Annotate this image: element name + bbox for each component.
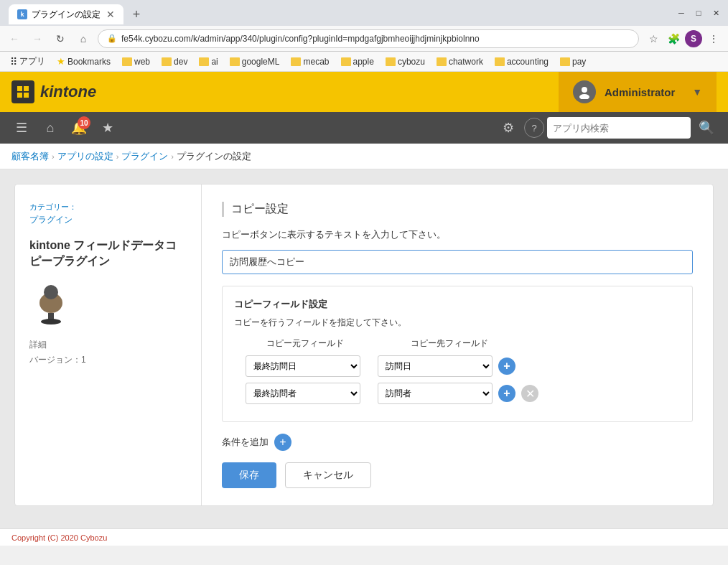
breadcrumb-item-1[interactable]: 顧客名簿 <box>11 150 49 163</box>
copy-field-desc: コピーを行うフィールドを指定して下さい。 <box>234 317 681 329</box>
plugin-settings: コピー設定 コピーボタンに表示するテキストを入力して下さい。 コピーフィールド設… <box>202 185 713 505</box>
address-input[interactable]: 🔒 fe54k.cybozu.com/k/admin/app/340/plugi… <box>98 29 639 48</box>
minimize-button[interactable]: ─ <box>675 6 688 19</box>
remove-row-2-button[interactable]: ✕ <box>521 385 538 402</box>
app-search-box[interactable] <box>547 117 691 139</box>
tab-title: プラグインの設定 <box>32 9 101 21</box>
back-button[interactable]: ← <box>6 30 23 47</box>
svg-point-4 <box>582 87 587 93</box>
source-field-select-2[interactable]: 最終訪問者 <box>246 383 360 404</box>
address-bar: ← → ↻ ⌂ 🔒 fe54k.cybozu.com/k/admin/app/3… <box>0 26 728 52</box>
breadcrumb-sep-3: › <box>171 152 174 161</box>
svg-point-9 <box>41 319 61 324</box>
apps-button[interactable]: ⠿ アプリ <box>6 54 50 69</box>
bookmark-ai[interactable]: ai <box>195 55 222 68</box>
svg-point-7 <box>44 285 58 299</box>
forward-button[interactable]: → <box>29 30 46 47</box>
dropdown-arrow-icon[interactable]: ▼ <box>692 86 702 98</box>
favorites-star-icon[interactable]: ★ <box>95 115 121 141</box>
navigation-bar: ☰ ⌂ 🔔 10 ★ ⚙ ? 🔍 <box>0 112 728 144</box>
settings-gear-icon[interactable]: ⚙ <box>495 115 521 141</box>
bookmark-apple-label: apple <box>353 57 374 67</box>
bookmark-chatwork[interactable]: chatwork <box>432 55 487 68</box>
cancel-button[interactable]: キャンセル <box>285 462 371 488</box>
svg-rect-0 <box>17 86 22 91</box>
folder-icon <box>560 57 570 66</box>
source-header: コピー元フィールド <box>246 337 364 350</box>
bookmark-star-icon[interactable]: ☆ <box>645 30 662 47</box>
save-button[interactable]: 保存 <box>222 462 276 488</box>
bookmark-googleml[interactable]: googleML <box>225 55 284 68</box>
breadcrumb: 顧客名簿 › アプリの設定 › プラグイン › プラグインの設定 <box>0 144 728 169</box>
folder-icon <box>437 57 447 66</box>
bookmark-pay[interactable]: pay <box>556 55 590 68</box>
tab-close-button[interactable]: ✕ <box>106 9 115 20</box>
browser-titlebar: k プラグインの設定 ✕ + ─ □ ✕ <box>0 0 728 26</box>
folder-icon <box>291 57 301 66</box>
notification-badge: 10 <box>78 116 90 129</box>
kintone-logo[interactable]: kintone <box>11 80 96 103</box>
plugin-icon <box>29 281 73 324</box>
add-row-1-button[interactable]: + <box>498 358 515 375</box>
breadcrumb-sep-1: › <box>52 152 55 161</box>
apps-label: アプリ <box>19 55 45 67</box>
bookmark-web[interactable]: web <box>118 55 154 68</box>
profile-icon[interactable]: S <box>685 30 702 47</box>
svg-point-5 <box>579 94 589 99</box>
bookmark-ai-label: ai <box>211 57 218 67</box>
add-condition-row: 条件を追加 + <box>222 434 693 451</box>
user-name: Administrator <box>605 86 683 98</box>
breadcrumb-item-3[interactable]: プラグイン <box>121 150 168 163</box>
bookmark-cybozu[interactable]: cybozu <box>381 55 429 68</box>
bookmark-mecab[interactable]: mecab <box>286 55 333 68</box>
hamburger-menu-icon[interactable]: ☰ <box>9 115 34 141</box>
extensions-icon[interactable]: 🧩 <box>665 30 682 47</box>
notification-bell-button[interactable]: 🔔 10 <box>66 115 92 141</box>
folder-icon <box>341 57 351 66</box>
header-user-section[interactable]: Administrator ▼ <box>559 72 717 112</box>
dest-field-select-2[interactable]: 訪問者 <box>378 383 493 404</box>
bookmark-dev[interactable]: dev <box>157 55 192 68</box>
browser-actions: ☆ 🧩 S ⋮ <box>645 30 722 47</box>
maximize-button[interactable]: □ <box>692 6 705 19</box>
bookmarks-bar: ⠿ アプリ ★ Bookmarks web dev ai googleML me… <box>0 52 728 72</box>
dest-header: コピー先フィールド <box>390 337 508 350</box>
refresh-button[interactable]: ↻ <box>52 30 69 47</box>
field-row-2: 最終訪問者 訪問者 + ✕ <box>234 383 681 404</box>
security-lock-icon: 🔒 <box>107 34 117 43</box>
bookmark-apple[interactable]: apple <box>337 55 378 68</box>
settings-description: コピーボタンに表示するテキストを入力して下さい。 <box>222 228 693 241</box>
copy-text-input[interactable] <box>222 250 693 274</box>
browser-menu-icon[interactable]: ⋮ <box>705 30 722 47</box>
detail-label: 詳細 <box>29 339 187 351</box>
add-condition-button[interactable]: + <box>274 434 291 451</box>
folder-icon <box>230 57 240 66</box>
action-buttons: 保存 キャンセル <box>222 462 693 488</box>
search-input[interactable] <box>553 123 668 134</box>
bookmark-cybozu-label: cybozu <box>398 57 425 67</box>
dest-field-select-1[interactable]: 訪問日 <box>378 355 493 377</box>
search-button[interactable]: 🔍 <box>694 115 719 141</box>
kintone-header: kintone Administrator ▼ <box>0 72 728 112</box>
main-content: カテゴリー： プラグイン kintone フィールドデータコピープラグイン <box>0 169 728 528</box>
add-row-2-button[interactable]: + <box>498 385 515 402</box>
version-label: バージョン：1 <box>29 354 187 366</box>
plugin-card: カテゴリー： プラグイン kintone フィールドデータコピープラグイン <box>14 184 714 506</box>
bookmarks-item[interactable]: ★ Bookmarks <box>52 55 115 68</box>
svg-rect-3 <box>24 93 29 98</box>
home-button[interactable]: ⌂ <box>75 30 92 47</box>
active-tab[interactable]: k プラグインの設定 ✕ <box>9 4 123 24</box>
new-tab-button[interactable]: + <box>126 4 146 24</box>
bookmark-dev-label: dev <box>174 57 187 67</box>
footer: Copyright (C) 2020 Cybozu <box>0 528 728 546</box>
plugin-name: kintone フィールドデータコピープラグイン <box>29 238 187 270</box>
breadcrumb-item-2[interactable]: アプリの設定 <box>57 150 113 163</box>
settings-title: コピー設定 <box>222 202 693 217</box>
user-icon <box>573 80 596 103</box>
bookmark-accounting[interactable]: accounting <box>490 55 553 68</box>
home-nav-icon[interactable]: ⌂ <box>37 115 63 141</box>
close-button[interactable]: ✕ <box>709 6 722 19</box>
kintone-logo-text: kintone <box>40 83 96 101</box>
help-icon[interactable]: ? <box>524 118 544 138</box>
source-field-select-1[interactable]: 最終訪問日 <box>246 355 360 377</box>
